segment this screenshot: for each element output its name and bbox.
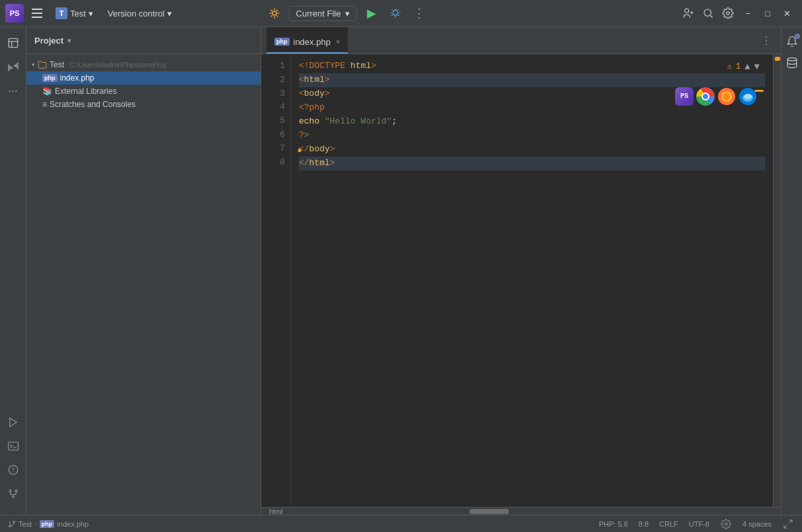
firefox-browser-icon[interactable] [717,87,736,106]
code-token: > [371,59,376,73]
database-button[interactable] [783,54,801,72]
search-everywhere-button[interactable] [699,4,717,22]
php-badge-file: php [42,74,58,82]
file-panel-header: Project ▾ [26,27,261,54]
hamburger-menu-button[interactable] [28,4,46,22]
file-tree: ▾ Test C:\Users\dadmi\PhpstormProj php i… [26,54,261,115]
more-options-button[interactable]: ⋮ [410,4,428,22]
sidebar-icon-more[interactable]: ··· [3,80,24,101]
tree-item-external-libs[interactable]: 📚 External Libraries [26,85,261,98]
code-token: "Hello World" [325,115,391,129]
project-chevron-icon: ▾ [89,9,93,19]
tree-chevron-root: ▾ [32,61,35,68]
scratches-icon: ≡ [42,100,47,109]
code-token: ●body [309,143,330,157]
debug-button[interactable] [386,4,405,22]
status-line-ending[interactable]: CRLF [659,520,678,528]
code-token: html [350,59,371,73]
version-control-chevron-icon: ▾ [167,9,172,19]
tree-item-index-php[interactable]: php index.php [26,71,261,85]
svg-point-23 [9,525,11,527]
tree-root-label: Test [50,60,64,69]
svg-marker-6 [9,418,17,427]
code-token: ; [391,115,397,129]
context-label: html [264,508,288,515]
run-configuration-dropdown[interactable]: Current File ▾ [289,6,357,21]
status-more-icon[interactable] [782,518,794,530]
sidebar-icon-project[interactable] [3,32,24,54]
minimize-button[interactable]: − [739,4,757,22]
svg-rect-5 [9,38,18,48]
code-token: > [325,73,330,87]
add-profile-button[interactable] [679,4,698,22]
code-token: > [325,87,330,101]
maximize-button[interactable]: □ [758,4,777,22]
tree-item-root[interactable]: ▾ Test C:\Users\dadmi\PhpstormProj [26,58,261,71]
tree-item-scratches[interactable]: ≡ Scratches and Consoles [26,98,261,111]
close-button[interactable]: ✕ [778,4,797,22]
folder-icon [38,60,47,69]
warning-nav-down[interactable]: ▼ [754,59,760,74]
code-token: < [299,87,304,101]
status-encoding[interactable]: UTF-8 [689,520,709,528]
chrome-browser-icon[interactable] [696,87,715,106]
svg-point-9 [9,490,11,492]
tabs-more-button[interactable]: ⋮ [757,31,776,50]
sidebar-icon-git[interactable] [3,483,24,504]
browser-icons-row: PS [675,87,757,106]
tree-file-label: index.php [60,73,95,83]
editor-content[interactable]: 1 2 3 4 5 6 7 8 ⚠ 1 ▲ ▼ [261,54,781,507]
code-editor[interactable]: ⚠ 1 ▲ ▼ PS [291,54,773,507]
status-position[interactable]: 8:8 [639,520,649,528]
code-token: < [299,73,304,87]
phpstorm-browser-icon[interactable]: PS [675,87,694,106]
tab-close-button[interactable]: × [336,38,340,46]
editor-tabs: php index.php × ⋮ [261,27,781,54]
svg-rect-7 [8,442,18,450]
tab-label: index.php [294,37,331,47]
sidebar-icon-terminal[interactable] [3,436,24,457]
status-indent[interactable]: 4 spaces [742,520,772,528]
status-file[interactable]: index.php [57,520,89,528]
hamburger-line-2 [32,13,42,14]
status-settings-icon[interactable] [720,518,732,530]
warning-count: 1 [736,61,741,73]
run-config-chevron-icon: ▾ [345,9,350,19]
icon-sidebar: ··· [0,27,26,515]
svg-point-3 [704,9,711,17]
status-php-version[interactable]: PHP: 5.6 [599,520,628,528]
warning-nav-up[interactable]: ▲ [744,59,750,74]
book-icon: 📚 [42,87,52,96]
code-token: html [309,157,330,171]
svg-point-1 [393,11,398,16]
sidebar-icon-run[interactable] [3,412,24,433]
debug-service-icon[interactable] [265,4,284,22]
svg-point-22 [13,521,15,523]
svg-point-0 [272,11,276,15]
editor-tab-index-php[interactable]: php index.php × [266,27,348,54]
run-button[interactable]: ▶ [362,4,381,22]
svg-point-14 [703,94,708,99]
status-project[interactable]: Test [19,520,32,528]
project-icon: T [56,7,67,19]
sidebar-icon-problems[interactable] [3,459,24,480]
app-logo: PS [5,4,24,22]
tree-ext-libs-label: External Libraries [55,87,116,96]
warning-icon: ⚠ [727,61,732,73]
code-token: ?> [299,129,309,143]
project-menu-button[interactable]: T Test ▾ [50,5,99,21]
code-token: <?php [299,101,325,115]
svg-line-25 [789,520,792,523]
code-token: </ [299,157,309,171]
horizontal-scrollbar[interactable]: html [261,507,781,515]
notification-badge [795,34,800,39]
warning-marker [754,90,764,92]
editor-scrollbar[interactable] [773,54,781,507]
version-control-button[interactable]: Version control ▾ [102,7,177,20]
code-token: > [330,143,335,157]
code-line-5: echo "Hello World"; [299,115,765,129]
settings-button[interactable] [719,4,737,22]
notifications-button[interactable] [783,32,801,51]
code-token: echo [299,115,325,129]
sidebar-icon-plugins[interactable] [3,56,24,77]
